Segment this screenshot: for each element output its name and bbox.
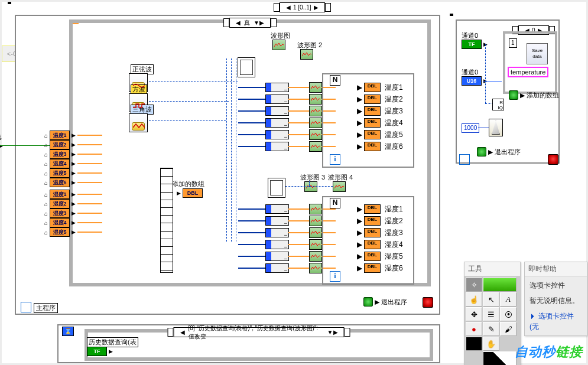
unbundle-icon[interactable]: ⎯	[265, 142, 289, 151]
chart1[interactable]	[272, 40, 285, 50]
aux-tf[interactable]: TF▶	[462, 40, 488, 49]
tool-auto[interactable]: ✧	[466, 278, 482, 292]
aux-loop-i	[459, 154, 470, 165]
aux-one: 1	[509, 38, 517, 48]
chart4[interactable]	[333, 181, 346, 192]
array-indicator[interactable]: ▶DBL	[177, 188, 203, 198]
tool-operate[interactable]: ☝	[466, 292, 482, 307]
unbundle-icon[interactable]: ⎯	[265, 83, 289, 92]
aux-1000: 1000	[462, 123, 479, 133]
unbundle-icon[interactable]: ⎯	[265, 216, 289, 226]
humid-input-4[interactable]: ⌂湿度4▶	[44, 218, 76, 227]
tool-position[interactable]: ↖	[483, 292, 499, 307]
tool-text[interactable]: A	[500, 292, 516, 307]
array-label: 添加的数组	[172, 180, 204, 188]
help-link[interactable]: 选项卡控件 (无	[529, 312, 574, 331]
tools-palette[interactable]: 工具 ✧ ☝ ↖ A ✥ ☰ ⦿ ● ✎ 🖌 ✋	[464, 262, 521, 365]
mini-chart-icon[interactable]	[309, 251, 322, 262]
tool-color[interactable]: 🖌	[500, 322, 516, 336]
tool-color-bg[interactable]	[483, 351, 516, 365]
mini-chart-icon[interactable]	[309, 82, 322, 93]
main-loop-stop[interactable]	[423, 297, 433, 308]
aux-temperature: temperature	[508, 67, 548, 77]
unbundle-icon[interactable]: ⎯	[265, 228, 289, 237]
temp-input-6[interactable]: ⌂温度6▶	[44, 178, 76, 187]
watermark: 自动秒链接	[515, 343, 583, 361]
history-event-selector[interactable]: ◀ [0] "历史数据查询(表格)", "历史数据查询(波形图)": 值改变 ▼…	[174, 327, 345, 337]
aux-riq[interactable]: RIQ	[492, 99, 504, 110]
history-timeout-icon: ⌛	[62, 327, 74, 336]
mini-chart-icon[interactable]	[309, 118, 322, 128]
tool-color-fg[interactable]	[466, 337, 482, 351]
tool-probe[interactable]: ⦿	[500, 307, 516, 321]
tool-run[interactable]	[483, 278, 516, 292]
temp-input-5[interactable]: ⌂温度5▶	[44, 168, 76, 178]
mini-chart-icon[interactable]	[309, 94, 322, 105]
unbundle-icon[interactable]: ⎯	[265, 204, 289, 214]
mini-chart-icon[interactable]	[309, 204, 322, 214]
merge-top[interactable]	[238, 57, 255, 77]
chart3[interactable]	[304, 181, 317, 192]
humid-input-3[interactable]: ⌂湿度3▶	[44, 208, 76, 218]
aux-quit[interactable]: ▶退出程序	[477, 147, 521, 157]
mini-chart-icon[interactable]	[309, 263, 322, 273]
mini-chart-icon[interactable]	[309, 227, 322, 238]
unbundle-icon[interactable]: ⎯	[265, 252, 289, 261]
mini-chart-icon[interactable]	[309, 239, 322, 250]
mini-chart-icon[interactable]	[309, 106, 322, 116]
aux-ch0-b-label: 通道0	[462, 68, 478, 77]
start-label: 启动采集	[0, 133, 2, 142]
chart3-label: 波形图 3	[300, 173, 325, 182]
start-control[interactable]: TF▶	[0, 141, 3, 151]
tool-shortcut[interactable]: ☰	[483, 307, 499, 321]
tool-breakpoint[interactable]: ●	[466, 322, 482, 336]
aux-array[interactable]: ▶添加的数组	[509, 90, 559, 100]
temp-input-4[interactable]: ⌂温度4▶	[44, 159, 76, 168]
main-while-loop: ◀ 真 ▼ ▶ 正弦波 方波 三角波 波形图 波形图 2	[15, 15, 440, 315]
main-loop-i	[21, 302, 31, 312]
context-help: 即时帮助 选项卡控件 暂无说明信息。 ⏵ 选项卡控件 (无	[524, 262, 587, 336]
help-item: 选项卡控件	[529, 280, 582, 291]
main-case-structure: ◀ 真 ▼ ▶ 正弦波 方波 三角波 波形图 波形图 2	[69, 19, 431, 286]
chart4-label: 波形图 4	[328, 173, 353, 182]
build-array[interactable]	[160, 168, 173, 273]
history-label: 历史数据查询(表	[87, 337, 138, 347]
temp-input-2[interactable]: ⌂温度2▶	[44, 140, 76, 149]
aux-sequence: ◀0▶ 通道0 TF▶ 通道0 U16▶ 1 Save data tempera…	[450, 14, 566, 170]
help-msg: 暂无说明信息。	[529, 295, 582, 306]
mini-chart-icon[interactable]	[309, 216, 322, 226]
unbundle-icon[interactable]: ⎯	[265, 94, 289, 104]
unbundle-icon[interactable]: ⎯	[265, 130, 289, 139]
unbundle-icon[interactable]: ⎯	[265, 118, 289, 128]
history-tf[interactable]: TF▶	[87, 347, 113, 356]
aux-metronome[interactable]	[489, 119, 503, 136]
unbundle-icon[interactable]: ⎯	[265, 240, 289, 249]
quit-main[interactable]: ▶退出程序	[363, 297, 407, 307]
aux-ch0-a-label: 通道0	[462, 31, 478, 40]
merge-bottom[interactable]	[268, 178, 285, 198]
temp-input-1[interactable]: ⌂温度1▶	[44, 131, 76, 140]
tool-scroll[interactable]: ✋	[483, 337, 499, 351]
chart2-label: 波形图 2	[297, 41, 322, 50]
aux-stop[interactable]	[548, 154, 558, 165]
unbundle-icon[interactable]: ⎯	[265, 106, 289, 116]
humid-input-2[interactable]: ⌂湿度2▶	[44, 199, 76, 208]
tool-color-copy[interactable]: ✎	[483, 322, 499, 336]
tool-wire[interactable]: ✥	[466, 307, 482, 321]
chart2[interactable]	[300, 49, 313, 60]
outer-sequence-selector[interactable]: ◀ 1 [0..1] ▶	[280, 2, 325, 12]
help-title: 即时帮助	[525, 262, 587, 276]
main-case-selector[interactable]: ◀ 真 ▼ ▶	[229, 18, 271, 28]
temp-input-3[interactable]: ⌂温度3▶	[44, 149, 76, 159]
tools-title: 工具	[464, 262, 520, 276]
humid-input-1[interactable]: ⌂湿度1▶	[44, 190, 76, 199]
triangle-source[interactable]	[129, 113, 148, 132]
chart1-label: 波形图	[271, 31, 290, 40]
history-while-loop: ◀ [0] "历史数据查询(表格)", "历史数据查询(波形图)": 值改变 ▼…	[57, 324, 440, 363]
unbundle-icon[interactable]: ⎯	[265, 263, 289, 273]
host-label: 主程序	[34, 303, 58, 313]
mini-chart-icon[interactable]	[309, 129, 322, 140]
mini-chart-icon[interactable]	[309, 141, 322, 152]
humid-input-5[interactable]: ⌂湿度5▶	[44, 227, 76, 237]
aux-save-data[interactable]: Save data	[527, 43, 548, 64]
